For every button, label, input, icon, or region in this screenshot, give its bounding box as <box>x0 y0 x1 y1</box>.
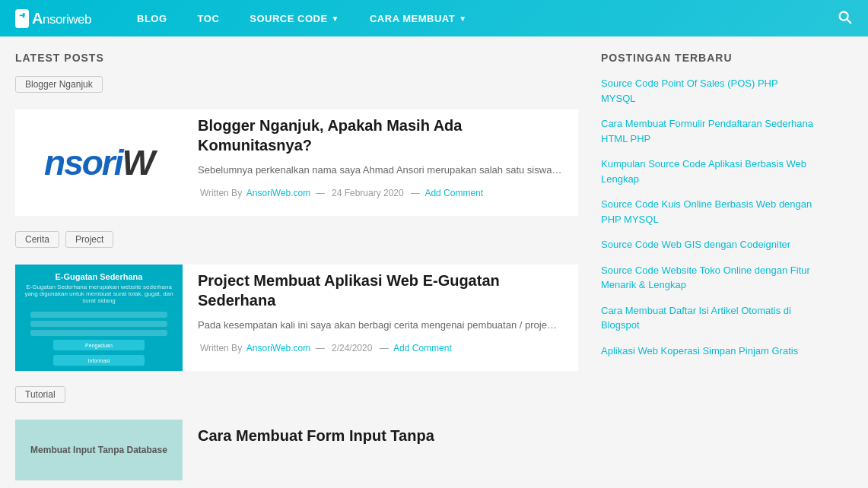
post-thumbnail-3: Membuat Input Tanpa Database <box>15 420 183 480</box>
post-meta-2: Written By AnsoriWeb.com — 2/24/2020 — A… <box>198 343 578 353</box>
egug-box-1 <box>30 312 167 318</box>
written-by-1: Written By <box>200 188 242 198</box>
nav-source-label: SOURCE CODE <box>250 13 327 24</box>
sidebar-link-4[interactable]: Source Code Web GIS dengan Codeigniter <box>601 237 814 252</box>
nav-item-source-code[interactable]: SOURCE CODE ▼ <box>234 0 355 36</box>
post-author-1[interactable]: AnsoriWeb.com <box>246 188 310 198</box>
post-section-3: Tutorial Membuat Input Tanpa Database Ca… <box>15 386 578 480</box>
blogger-thumb-text: nsoriW <box>44 142 154 183</box>
post-content-1: Blogger Nganjuk, Apakah Masih Ada Komuni… <box>198 109 578 216</box>
egug-subtitle: E-Gugatan Sederhana merupakan website se… <box>23 284 175 304</box>
post-card-2: E-Gugatan Sederhana E-Gugatan Sederhana … <box>15 265 578 371</box>
egug-btn-1: Pengaduan <box>53 340 145 350</box>
post-thumbnail-2: E-Gugatan Sederhana E-Gugatan Sederhana … <box>15 265 183 371</box>
nav-item-cara-membuat[interactable]: CARA MEMBUAT ▼ <box>355 0 482 36</box>
egug-box-2 <box>30 321 167 327</box>
sidebar-link-7[interactable]: Aplikasi Web Koperasi Simpan Pinjam Grat… <box>601 344 814 359</box>
post-title-3[interactable]: Cara Membuat Form Input Tanpa <box>198 426 578 445</box>
post-card-3: Membuat Input Tanpa Database Cara Membua… <box>15 420 578 480</box>
tag-blogger-nganjuk[interactable]: Blogger Nganjuk <box>15 76 103 93</box>
logo-icon: 𝀀 <box>15 9 29 28</box>
post-meta-1: Written By AnsoriWeb.com — 24 February 2… <box>198 188 578 198</box>
egug-btn-2: Informasi <box>53 355 145 366</box>
header: 𝀀 Ansoriweb BLOG TOC SOURCE CODE ▼ CARA … <box>0 0 868 36</box>
sidebar-link-0[interactable]: Source Code Point Of Sales (POS) PHP MYS… <box>601 76 814 106</box>
sidebar: POSTINGAN TERBARU Source Code Point Of S… <box>601 52 814 488</box>
egug-btn-text-1: Pengaduan <box>85 343 113 348</box>
tags-row-1: Blogger Nganjuk <box>15 76 578 102</box>
dash-2: — <box>411 188 422 198</box>
latest-posts-title: LATEST POSTS <box>15 52 578 64</box>
nav-item-blog[interactable]: BLOG <box>122 0 183 36</box>
egug-btn-text-2: Informasi <box>88 358 110 363</box>
egug-box-3 <box>30 330 167 336</box>
post-content-3: Cara Membuat Form Input Tanpa <box>198 420 578 480</box>
tag-cerita[interactable]: Cerita <box>15 231 59 248</box>
main-container: LATEST POSTS Blogger Nganjuk nsoriW Blog… <box>0 36 868 488</box>
post-excerpt-2: Pada kesempatan kali ini saya akan berba… <box>198 318 578 334</box>
tag-project[interactable]: Project <box>65 231 113 248</box>
post-section-1: Blogger Nganjuk nsoriW Blogger Nganjuk, … <box>15 76 578 216</box>
post-author-2[interactable]: AnsoriWeb.com <box>246 343 310 353</box>
sidebar-link-1[interactable]: Cara Membuat Formulir Pendaftaran Sederh… <box>601 116 814 146</box>
main-nav: BLOG TOC SOURCE CODE ▼ CARA MEMBUAT ▼ <box>122 0 836 36</box>
nav-cara-label: CARA MEMBUAT <box>370 13 455 24</box>
nav-blog-label: BLOG <box>137 13 167 24</box>
egug-title: E-Gugatan Sederhana <box>56 272 143 281</box>
cara-membuat-dropdown-icon: ▼ <box>459 14 466 23</box>
tag-tutorial[interactable]: Tutorial <box>15 386 65 403</box>
tutorial-thumb-text: Membuat Input Tanpa Database <box>23 437 175 463</box>
logo-text: Ansoriweb <box>32 10 91 27</box>
nav-item-toc[interactable]: TOC <box>183 0 235 36</box>
tags-row-3: Tutorial <box>15 386 578 412</box>
source-code-dropdown-icon: ▼ <box>332 14 339 23</box>
content-left: LATEST POSTS Blogger Nganjuk nsoriW Blog… <box>15 52 578 488</box>
add-comment-1[interactable]: Add Comment <box>424 188 483 198</box>
written-by-2: Written By <box>200 343 242 353</box>
sidebar-link-3[interactable]: Source Code Kuis Online Berbasis Web den… <box>601 197 814 227</box>
tags-row-2: Cerita Project <box>15 231 578 257</box>
logo[interactable]: 𝀀 Ansoriweb <box>15 9 91 28</box>
dash-1: — <box>316 188 327 198</box>
dash-3: — <box>316 343 327 353</box>
search-button[interactable] <box>836 8 853 29</box>
post-section-2: Cerita Project E-Gugatan Sederhana E-Gug… <box>15 231 578 371</box>
post-excerpt-1: Sebelumnya perkenalkan nama saya Ahmad A… <box>198 163 578 179</box>
sidebar-link-2[interactable]: Kumpulan Source Code Aplikasi Berbasis W… <box>601 157 814 186</box>
post-card-1: nsoriW Blogger Nganjuk, Apakah Masih Ada… <box>15 109 578 216</box>
dash-4: — <box>380 343 391 353</box>
sidebar-link-5[interactable]: Source Code Website Toko Online dengan F… <box>601 263 814 293</box>
sidebar-title: POSTINGAN TERBARU <box>601 52 814 64</box>
post-date-2: 2/24/2020 <box>332 343 372 353</box>
add-comment-2[interactable]: Add Comment <box>393 343 452 353</box>
sidebar-link-6[interactable]: Cara Membuat Daftar Isi Artikel Otomatis… <box>601 303 814 333</box>
post-title-2[interactable]: Project Membuat Aplikasi Web E-Gugatan S… <box>198 271 578 310</box>
post-thumbnail-1: nsoriW <box>15 109 183 216</box>
post-title-1[interactable]: Blogger Nganjuk, Apakah Masih Ada Komuni… <box>198 116 578 155</box>
nav-toc-label: TOC <box>198 13 220 24</box>
post-date-1: 24 February 2020 <box>332 188 404 198</box>
post-content-2: Project Membuat Aplikasi Web E-Gugatan S… <box>198 265 578 371</box>
